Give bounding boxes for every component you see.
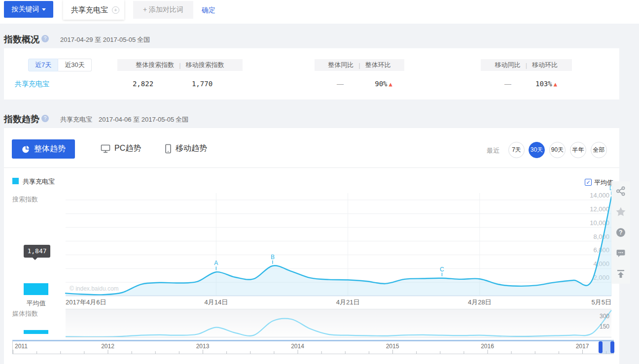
pc-trend-label: PC趋势	[114, 143, 141, 154]
trend-region: 全国	[176, 115, 188, 124]
timeline-year-label: 2017	[576, 343, 589, 350]
overview-card: 近7天 近30天 整体搜索指数|移动搜索指数 整体同比|整体环比 移动同比|移动…	[4, 48, 619, 99]
media-y-axis-tick-label: 300	[600, 313, 609, 320]
timeline-year-label: 2015	[386, 343, 399, 350]
legend-color-swatch	[12, 178, 19, 184]
timeline-year-label: 2014	[291, 343, 304, 350]
col-overall-mom: 整体环比	[365, 61, 391, 69]
average-swatch-label: 平均值	[22, 299, 50, 308]
col-overall-search-index: 整体搜索指数	[136, 61, 174, 69]
news-marker-B[interactable]: B	[271, 254, 275, 261]
timeline-ticks	[13, 349, 613, 354]
keyword-mode-label: 按关键词	[12, 5, 39, 13]
col-mobile-search-index: 移动搜索指数	[186, 61, 224, 69]
x-axis-labels: 2017年4月6日4月14日4月21日4月28日5月5日	[66, 298, 611, 307]
col-mobile-mom: 移动环比	[532, 61, 558, 69]
x-axis-label: 4月28日	[468, 298, 492, 307]
up-arrow-icon: ▲	[554, 81, 557, 88]
average-checkbox[interactable]: ✓	[585, 179, 592, 186]
col-mobile-yoy: 移动同比	[495, 61, 521, 69]
tab-mobile-trend[interactable]: 移动趋势	[165, 143, 207, 154]
back-to-top-icon[interactable]	[615, 268, 627, 280]
mobile-trend-label: 移动趋势	[176, 143, 207, 154]
share-icon[interactable]	[615, 185, 627, 197]
keyword-tab[interactable]: 共享充电宝 +	[63, 0, 124, 20]
overview-date-range: 2017-04-29 至 2017-05-05	[60, 35, 136, 44]
svg-text:?: ?	[619, 229, 622, 236]
mobile-search-index-value: 1,770	[178, 80, 227, 88]
y-axis-tick-label: 14,000	[590, 192, 609, 199]
star-icon[interactable]	[615, 206, 627, 218]
trend-help-icon[interactable]: ?	[41, 115, 49, 122]
average-value-tooltip: 1,847	[24, 245, 50, 258]
pie-chart-icon	[21, 145, 30, 154]
timeline-year-label: 2011	[15, 343, 28, 350]
y-axis-tick-label: 12,000	[590, 205, 609, 213]
search-index-chart[interactable]: 2,0004,0006,0008,00010,00012,00014,000© …	[66, 193, 611, 296]
overview-region: 全国	[137, 35, 150, 44]
range-90-days[interactable]: 90天	[549, 142, 566, 158]
confirm-button[interactable]: 确定	[202, 6, 215, 15]
average-color-swatch	[24, 283, 48, 295]
overall-trend-label: 整体趋势	[34, 144, 66, 154]
mobile-mom-value: 103%▲	[517, 80, 576, 88]
search-index-axis-label: 搜索指数	[12, 195, 38, 204]
col-overall-yoy: 整体同比	[328, 61, 354, 69]
baidu-index-page: 按关键词 共享充电宝 + + 添加对比词 确定 指数概况 ? 2017-04-2…	[0, 0, 639, 364]
column-separator: |	[179, 62, 180, 69]
overview-help-icon[interactable]: ?	[41, 35, 49, 42]
x-axis-label: 4月14日	[205, 298, 228, 307]
legend-keyword-label[interactable]: 共享充电宝	[23, 177, 55, 186]
feedback-icon[interactable]	[615, 247, 627, 259]
desktop-icon	[101, 144, 110, 153]
keyword-mode-button[interactable]: 按关键词	[4, 1, 53, 18]
column-separator: |	[526, 62, 527, 69]
trend-card: 整体趋势 PC趋势 移动趋势 最近 7天 30天 90天 半年 全部 共享充电宝…	[4, 128, 619, 364]
overall-mom-percent: 90%	[375, 80, 387, 88]
column-header-mobile-compare: 移动同比|移动环比	[481, 59, 572, 71]
timeline-handle-right[interactable]	[610, 341, 614, 353]
column-separator: |	[358, 62, 360, 69]
up-arrow-icon: ▲	[389, 81, 392, 88]
tab-last-30-days[interactable]: 近30天	[58, 59, 91, 71]
mobile-mom-percent: 103%	[535, 80, 552, 88]
add-compare-word-button[interactable]: + 添加对比词	[133, 1, 193, 19]
trend-section-title: 指数趋势	[4, 113, 39, 125]
keyword-tab-label: 共享充电宝	[71, 5, 112, 15]
range-7-days[interactable]: 7天	[508, 142, 525, 158]
range-label: 最近	[487, 146, 499, 155]
x-axis-label: 4月21日	[336, 298, 360, 307]
media-y-axis-tick-label: 150	[600, 323, 609, 330]
side-toolbar: ?	[611, 181, 630, 284]
chevron-down-icon	[42, 8, 46, 11]
overall-search-index-value: 2,822	[118, 80, 168, 88]
table-row-keyword-link[interactable]: 共享充电宝	[15, 80, 49, 89]
range-30-days[interactable]: 30天	[529, 142, 545, 158]
overview-period-tabs: 近7天 近30天	[28, 59, 92, 71]
watermark: © index.baidu.com	[70, 285, 119, 292]
x-axis-label: 5月5日	[592, 298, 611, 307]
divider	[4, 167, 619, 168]
overview-section-title: 指数概况	[4, 33, 39, 45]
overall-mom-value: 90%▲	[354, 80, 413, 88]
plus-circle-icon[interactable]: +	[112, 6, 119, 14]
help-icon[interactable]: ?	[615, 227, 627, 238]
tab-overall-trend[interactable]: 整体趋势	[12, 139, 75, 159]
news-marker-A[interactable]: A	[214, 260, 218, 266]
mobile-icon	[165, 144, 172, 154]
range-all[interactable]: 全部	[591, 142, 607, 158]
media-color-swatch	[24, 330, 48, 334]
tab-pc-trend[interactable]: PC趋势	[101, 143, 141, 154]
timeline-handle-left[interactable]	[599, 341, 603, 353]
media-index-chart[interactable]: 300150	[66, 309, 611, 337]
timeline-year-label: 2013	[196, 343, 210, 350]
top-bar: 按关键词 共享充电宝 + + 添加对比词 确定	[0, 0, 639, 24]
timeline-slider[interactable]: 2011201220132014201520162017	[12, 340, 614, 354]
trend-date-range: 2017-04-06 至 2017-05-05	[99, 115, 174, 124]
news-marker-C[interactable]: C	[440, 266, 444, 273]
range-half-year[interactable]: 半年	[570, 142, 586, 158]
trend-keyword: 共享充电宝	[60, 115, 92, 124]
tab-last-7-days[interactable]: 近7天	[28, 59, 58, 71]
column-header-overall-compare: 整体同比|整体环比	[315, 59, 404, 71]
x-axis-label: 2017年4月6日	[66, 298, 106, 307]
